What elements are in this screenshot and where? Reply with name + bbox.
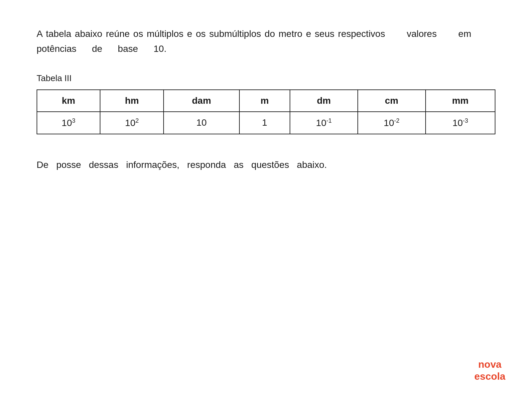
bottom-paragraph: De posse dessas informações, responda as…: [37, 158, 495, 173]
content-area: A tabela abaixo reúne os múltiplos e os …: [0, 0, 532, 199]
brand-logo: nova escola: [474, 358, 505, 382]
intro-paragraph: A tabela abaixo reúne os múltiplos e os …: [37, 27, 495, 57]
brand-line2: escola: [474, 370, 505, 382]
table-label: Tabela III: [37, 73, 495, 83]
table-data-row: 103 102 10 1 10-1 10-2 10-3: [37, 112, 495, 134]
cell-dam: 10: [164, 112, 239, 134]
table-header-row: km hm dam m dm cm mm: [37, 90, 495, 112]
cell-hm: 102: [100, 112, 164, 134]
units-table: km hm dam m dm cm mm 103 102 10 1 10-1 1…: [37, 89, 495, 134]
col-mm: mm: [426, 90, 495, 112]
col-dm: dm: [290, 90, 358, 112]
cell-dm: 10-1: [290, 112, 358, 134]
col-hm: hm: [100, 90, 164, 112]
cell-m: 1: [239, 112, 290, 134]
col-m: m: [239, 90, 290, 112]
col-dam: dam: [164, 90, 239, 112]
cell-km: 103: [37, 112, 100, 134]
cell-cm: 10-2: [358, 112, 426, 134]
col-cm: cm: [358, 90, 426, 112]
cell-mm: 10-3: [426, 112, 495, 134]
col-km: km: [37, 90, 100, 112]
brand-line1: nova: [474, 358, 505, 370]
